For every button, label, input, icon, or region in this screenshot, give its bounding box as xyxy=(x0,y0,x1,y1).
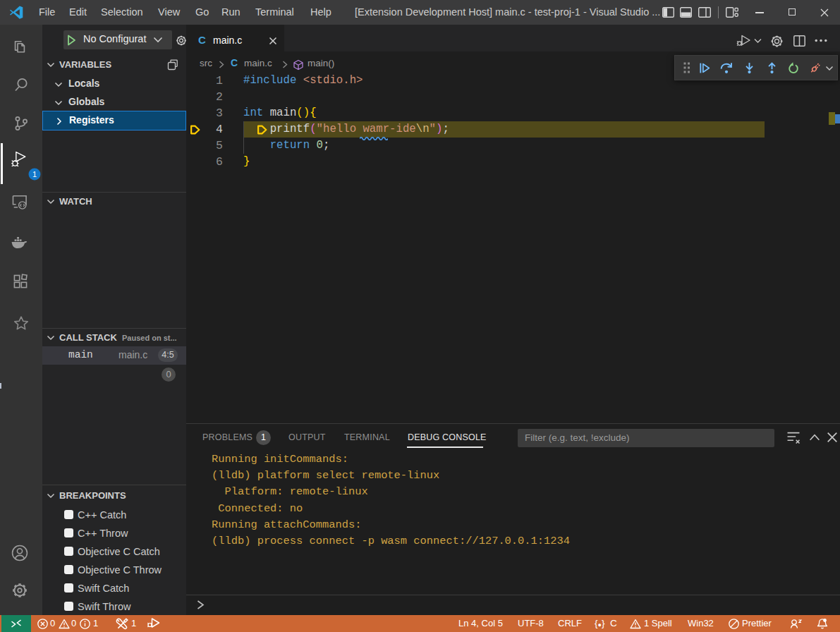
svg-text:1: 1 xyxy=(32,170,37,178)
